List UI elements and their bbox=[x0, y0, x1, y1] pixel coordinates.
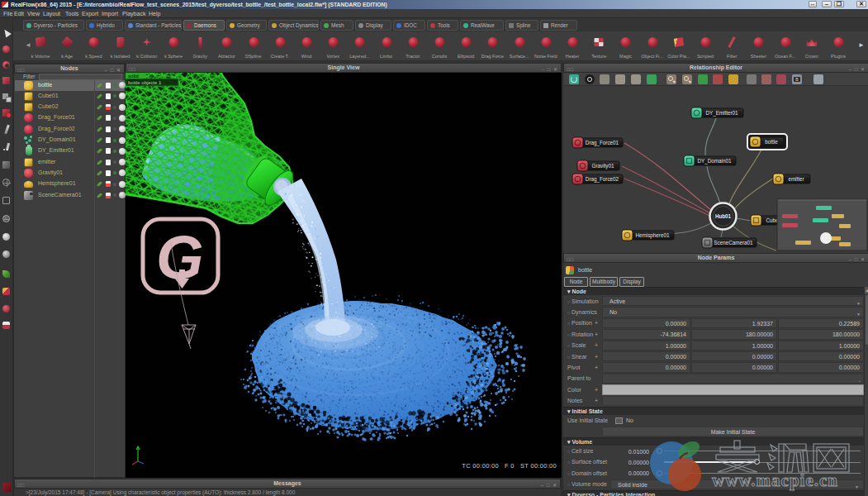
svg-text:Hemisphere01: Hemisphere01 bbox=[636, 232, 670, 239]
svg-text:Hub01: Hub01 bbox=[715, 213, 732, 219]
svg-text:DY_Domain01: DY_Domain01 bbox=[698, 158, 732, 165]
svg-text:TC 00:00:00 F 0 ST 00:00:0: TC 00:00:00 F 0 ST 00:00:00 bbox=[462, 462, 557, 470]
svg-text:emitter: emitter bbox=[788, 176, 804, 182]
svg-text:solid: solid bbox=[128, 74, 139, 79]
svg-text:bottle objects 1: bottle objects 1 bbox=[128, 80, 162, 85]
svg-text:Drag_Force01: Drag_Force01 bbox=[586, 140, 619, 146]
svg-text:DY_Emitter01: DY_Emitter01 bbox=[705, 110, 738, 117]
svg-text:SceneCamera01: SceneCamera01 bbox=[714, 240, 753, 246]
svg-text:Gravity01: Gravity01 bbox=[592, 163, 614, 169]
svg-text:bottle: bottle bbox=[765, 139, 778, 145]
svg-text:Drag_Force02: Drag_Force02 bbox=[586, 176, 619, 183]
